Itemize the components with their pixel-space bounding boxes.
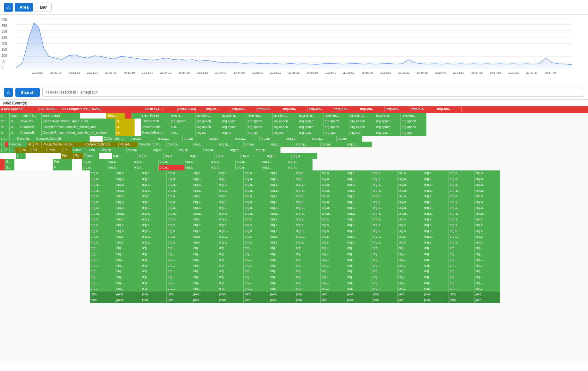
fg-cell[interactable]: org... (449, 251, 475, 257)
fg-cell[interactable]: org.ap.. (196, 130, 221, 136)
fg-cell[interactable]: org.a.. (115, 170, 141, 176)
fg-cell[interactable]: org.a.. (372, 182, 398, 188)
fg-cell[interactable]: org.ap.. (229, 147, 255, 153)
fg-cell[interactable]: org... (475, 268, 500, 274)
fg-cell[interactable] (0, 280, 90, 286)
fg-cell[interactable]: org.apach.. (247, 124, 273, 130)
fg-cell[interactable]: logb.. (10, 113, 22, 119)
fg-cell[interactable]: jeffrey.. (106, 113, 125, 119)
fg-cell[interactable]: org.a.. (475, 188, 500, 194)
fg-cell[interactable]: org... (218, 268, 244, 274)
fg-cell[interactable]: org... (295, 280, 321, 286)
fg-cell[interactable]: org.a.. (112, 153, 138, 159)
fg-cell[interactable]: ja.. (10, 124, 19, 130)
fg-cell[interactable]: org... (346, 268, 372, 274)
fg-cell[interactable]: org... (475, 286, 500, 292)
fg-cell[interactable]: Ph.. (21, 147, 30, 153)
fg-cell[interactable]: org.a.. (287, 159, 313, 165)
fg-cell[interactable]: jaka.. (295, 297, 321, 303)
fg-cell[interactable]: org.a.. (321, 194, 346, 199)
fg-cell[interactable]: org.s.. (398, 217, 423, 222)
fg-cell[interactable]: jaka.. (423, 297, 449, 303)
flamegraph-scroll[interactable]: AsyncAppend.. C1 Compil... C2 CompilerTh… (0, 106, 588, 363)
fg-cell[interactable]: org.a.. (218, 176, 244, 182)
fg-cell[interactable]: org.a.. (295, 188, 321, 194)
fg-cell[interactable]: org.a.. (423, 205, 449, 211)
fg-cell[interactable]: org.a.. (138, 153, 164, 159)
fg-cell[interactable]: org.apach.. (349, 124, 375, 130)
fg-cell[interactable]: org.apa.. (349, 130, 375, 136)
fg-cell[interactable]: jaka.. (244, 292, 269, 297)
fg-cell[interactable]: org.a.. (141, 182, 167, 188)
fg-cell[interactable]: jaka.. (346, 297, 372, 303)
fg-cell[interactable]: org... (141, 274, 167, 280)
fg-cell[interactable]: org.a.. (141, 176, 167, 182)
fg-cell[interactable]: org.a.. (346, 199, 372, 205)
search-button[interactable]: Search (15, 88, 39, 97)
fg-cell[interactable]: org.a.. (292, 153, 317, 159)
fg-cell[interactable]: org.s.. (218, 240, 244, 245)
fg-cell[interactable]: org.apach.. (349, 119, 375, 124)
fg-cell[interactable]: org... (346, 245, 372, 251)
fg-cell[interactable]: org... (167, 280, 192, 286)
fg-cell[interactable]: java.lang.. (375, 113, 401, 119)
fg-cell[interactable]: org.s.. (90, 240, 115, 245)
fg-cell[interactable]: org... (321, 257, 346, 263)
fg-cell[interactable]: org... (346, 251, 372, 257)
fg-cell[interactable] (135, 119, 141, 124)
fg-cell[interactable] (0, 188, 90, 194)
fg-cell[interactable]: org.a.. (107, 159, 133, 165)
fg-cell[interactable]: Ph.. (14, 147, 21, 153)
fg-cell[interactable]: org.a.. (269, 205, 295, 211)
fg-cell[interactable]: org.ap.. (183, 136, 208, 142)
search-input[interactable] (42, 88, 584, 97)
fg-cell[interactable]: org... (295, 251, 321, 257)
fg-cell[interactable]: org.a.. (449, 199, 475, 205)
fg-cell[interactable]: org.s.. (423, 234, 449, 240)
fg-cell[interactable]: org.apach.. (298, 124, 324, 130)
fg-cell[interactable]: org.a.. (398, 194, 423, 199)
fg-cell[interactable]: org... (346, 280, 372, 286)
fg-cell[interactable]: org.a.. (218, 170, 244, 176)
fg-cell[interactable]: org... (475, 280, 500, 286)
fg-cell[interactable]: org.a.. (210, 165, 236, 170)
fg-cell[interactable]: jaka.. (167, 292, 192, 297)
fg-cell[interactable]: org.s.. (269, 222, 295, 228)
fg-cell[interactable]: org.s.. (449, 228, 475, 234)
fg-cell[interactable]: org.a.. (423, 199, 449, 205)
fg-cell[interactable]: org... (218, 274, 244, 280)
fg-cell[interactable]: org.a.. (372, 170, 398, 176)
fg-cell[interactable]: jaka.. (398, 292, 423, 297)
fg-cell[interactable]: org.s.. (321, 240, 346, 245)
fg-cell[interactable]: org... (295, 257, 321, 263)
fg-cell[interactable] (0, 228, 90, 234)
fg-cell[interactable]: org... (90, 257, 115, 263)
fg-cell[interactable]: org.a.. (346, 176, 372, 182)
fg-cell[interactable]: org... (167, 257, 192, 263)
fg-cell[interactable]: org... (321, 263, 346, 268)
fg-cell[interactable]: org.ap.. (178, 147, 204, 153)
fg-cell[interactable] (35, 153, 51, 159)
fg-cell[interactable]: or.. (115, 124, 135, 130)
fg-cell[interactable]: org.s.. (475, 222, 500, 228)
fg-cell[interactable]: org.s.. (295, 240, 321, 245)
fg-cell[interactable]: jaka.. (141, 292, 167, 297)
fg-cell[interactable]: org.a.. (107, 165, 133, 170)
fg-cell[interactable]: org... (192, 286, 218, 292)
fg-cell[interactable]: org.ap.. (101, 147, 127, 153)
fg-cell[interactable]: org.a.. (82, 159, 107, 165)
fg-cell[interactable]: org.ap.. (157, 136, 183, 142)
fg-cell[interactable]: org... (167, 286, 192, 292)
fg-cell[interactable]: org... (475, 274, 500, 280)
fg-cell[interactable]: org.a.. (192, 182, 218, 188)
fg-cell[interactable]: jaka.. (423, 292, 449, 297)
fg-cell[interactable]: org.a.. (423, 188, 449, 194)
fg-cell[interactable]: Compi.. (167, 142, 192, 147)
fg-cell[interactable]: org.ap.. (131, 136, 157, 142)
fg-cell[interactable]: org.s.. (192, 228, 218, 234)
fg-cell[interactable]: org.apach.. (401, 124, 426, 130)
fg-cell[interactable]: org... (321, 280, 346, 286)
fg-cell[interactable]: org.a.. (244, 194, 269, 199)
fg-cell[interactable]: java.lang.. (349, 113, 375, 119)
fg-cell[interactable]: org.s.. (141, 217, 167, 222)
